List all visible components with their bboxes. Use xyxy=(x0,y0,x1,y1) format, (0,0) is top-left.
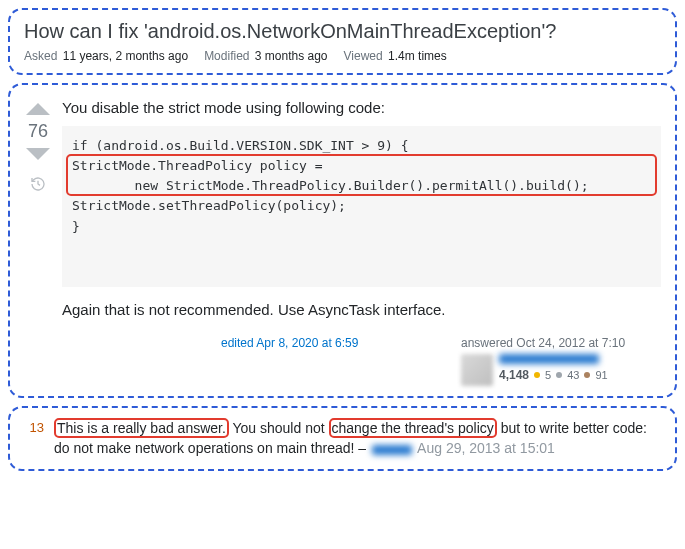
modified-value: 3 months ago xyxy=(255,49,328,63)
code-line-4: StrictMode.setThreadPolicy(policy); xyxy=(72,198,346,213)
avatar xyxy=(461,354,493,386)
asked-label: Asked xyxy=(24,49,57,63)
question-meta: Asked 11 years, 2 months ago Modified 3 … xyxy=(24,49,661,63)
bronze-count: 91 xyxy=(595,369,607,381)
gold-badge-icon xyxy=(534,372,540,378)
signature-row: edited Apr 8, 2020 at 6:59 answered Oct … xyxy=(62,336,661,386)
silver-count: 43 xyxy=(567,369,579,381)
downvote-icon[interactable] xyxy=(26,148,50,160)
vote-column: 76 xyxy=(24,95,52,386)
upvote-icon[interactable] xyxy=(26,103,50,115)
answer-intro: You disable the strict mode using follow… xyxy=(62,99,661,116)
comment-time: Aug 29, 2013 at 15:01 xyxy=(417,440,555,456)
code-line-2: StrictMode.ThreadPolicy policy = xyxy=(72,158,330,173)
history-icon[interactable] xyxy=(30,176,46,192)
answer-block: 76 You disable the strict mode using fol… xyxy=(8,83,677,398)
asked-value: 11 years, 2 months ago xyxy=(63,49,188,63)
comment-text: This is a really bad answer. You should … xyxy=(54,418,661,459)
answer-outro: Again that is not recommended. Use Async… xyxy=(62,301,661,318)
reputation: 4,148 xyxy=(499,368,529,382)
answered-time: answered Oct 24, 2012 at 7:10 xyxy=(461,336,661,350)
gold-count: 5 xyxy=(545,369,551,381)
comment-part2: You should not xyxy=(229,420,329,436)
edited-time[interactable]: edited Apr 8, 2020 at 6:59 xyxy=(221,336,421,350)
question-header: How can I fix 'android.os.NetworkOnMainT… xyxy=(8,8,677,75)
code-block: if (android.os.Build.VERSION.SDK_INT > 9… xyxy=(62,126,661,287)
answered-block: answered Oct 24, 2012 at 7:10 4,148 5 43… xyxy=(461,336,661,386)
question-title[interactable]: How can I fix 'android.os.NetworkOnMainT… xyxy=(24,20,661,43)
user-info: 4,148 5 43 91 xyxy=(499,354,608,382)
answer-body: You disable the strict mode using follow… xyxy=(62,95,661,386)
comment-user[interactable] xyxy=(372,445,412,455)
code-line-1: if (android.os.Build.VERSION.SDK_INT > 9… xyxy=(72,138,409,153)
viewed-value: 1.4m times xyxy=(388,49,447,63)
viewed-label: Viewed xyxy=(344,49,383,63)
user-name[interactable] xyxy=(499,354,599,364)
comment-block: 13 This is a really bad answer. You shou… xyxy=(8,406,677,471)
highlight-box-comment-2: change the thread's policy xyxy=(329,418,497,438)
highlight-box-comment-1: This is a really bad answer. xyxy=(54,418,229,438)
comment-score: 13 xyxy=(24,420,44,435)
silver-badge-icon xyxy=(556,372,562,378)
edited-block: edited Apr 8, 2020 at 6:59 xyxy=(221,336,421,386)
code-line-5: } xyxy=(72,219,80,234)
vote-score: 76 xyxy=(28,121,48,142)
user-card[interactable]: 4,148 5 43 91 xyxy=(461,354,661,386)
code-line-3: new StrictMode.ThreadPolicy.Builder().pe… xyxy=(72,178,589,193)
reputation-row: 4,148 5 43 91 xyxy=(499,368,608,382)
bronze-badge-icon xyxy=(584,372,590,378)
modified-label: Modified xyxy=(204,49,249,63)
